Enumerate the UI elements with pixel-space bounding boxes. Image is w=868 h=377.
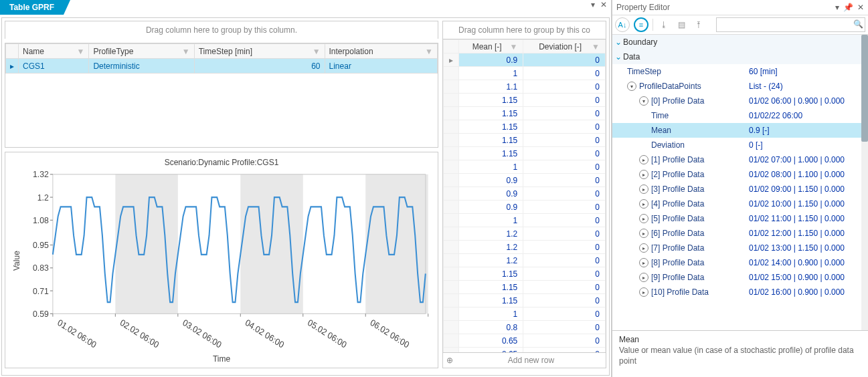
table-row[interactable]: 1.20: [444, 227, 606, 241]
table-row[interactable]: 1.150: [444, 107, 606, 120]
filter-icon[interactable]: ▼: [425, 47, 433, 56]
table-row[interactable]: 1.10: [444, 80, 606, 94]
prop-node[interactable]: ▸[8] Profile Data01/02 14:00 | 0.900 | 0…: [612, 255, 868, 270]
svg-text:05.02 06:00: 05.02 06:00: [306, 317, 348, 350]
table-row[interactable]: 1.150: [444, 120, 606, 134]
table-row[interactable]: 1.150: [444, 294, 606, 307]
prop-node[interactable]: ▸[2] Profile Data01/02 08:00 | 1.100 | 0…: [612, 167, 868, 182]
close-icon[interactable]: ✕: [857, 3, 864, 12]
main-grid[interactable]: Name▼ ProfileType▼ TimeStep [min]▼ Inter…: [5, 43, 438, 148]
svg-text:0.83: 0.83: [33, 263, 49, 273]
expand-icon[interactable]: ▸: [639, 243, 648, 253]
expand-icon[interactable]: ▸: [639, 229, 648, 238]
cell-type[interactable]: Deterministic: [89, 59, 194, 74]
prop-node[interactable]: ▸[3] Profile Data01/02 09:00 | 1.150 | 0…: [612, 182, 868, 197]
prop-time[interactable]: Time01/02/22 06:00: [612, 108, 868, 123]
expand-icon[interactable]: ▾: [627, 82, 636, 91]
table-row[interactable]: 10: [444, 214, 606, 227]
col-profiletype[interactable]: ProfileType▼: [89, 44, 194, 59]
table-row[interactable]: 1.150: [444, 267, 606, 281]
mean-deviation-grid[interactable]: Mean [-]▼ Deviation [-]▼ 0.90101.101.150…: [443, 39, 606, 352]
tab-table-gprf[interactable]: Table GPRF: [0, 0, 64, 15]
expand-icon[interactable]: ▸: [639, 287, 648, 297]
table-row[interactable]: 10: [444, 307, 606, 321]
prop-node-0[interactable]: ▾[0] Profile Data 01/02 06:00 | 0.900 | …: [612, 94, 868, 108]
table-row[interactable]: 1.20: [444, 254, 606, 267]
prop-mean[interactable]: Mean0.9 [-]: [612, 123, 868, 138]
table-row[interactable]: 10: [444, 67, 606, 80]
export-icon[interactable]: ⭱: [692, 18, 705, 31]
chart-title: Scenario:Dynamic Profile:CGS1: [11, 155, 432, 170]
table-row[interactable]: 10: [444, 160, 606, 174]
expand-icon[interactable]: ▾: [639, 96, 648, 106]
prop-body[interactable]: ⌄Boundary ⌄Data TimeStep60 [min] ▾Profil…: [612, 35, 868, 330]
grid-row[interactable]: ▸ CGS1 Deterministic 60 Linear: [6, 59, 438, 74]
scrollbar[interactable]: [861, 35, 868, 330]
col-interp[interactable]: Interpolation▼: [325, 44, 437, 59]
col-dev[interactable]: Deviation [-]▼: [523, 40, 606, 53]
table-row[interactable]: 1.150: [444, 94, 606, 107]
col-timestep[interactable]: TimeStep [min]▼: [194, 44, 325, 59]
plot-area[interactable]: 0.590.710.830.951.081.21.3201.02 06:0002…: [23, 170, 432, 352]
desc-text: Value or mean value (in case of a stocha…: [619, 346, 861, 366]
expand-icon[interactable]: ▸: [639, 155, 648, 164]
cell-step[interactable]: 60: [194, 59, 325, 74]
filter-icon[interactable]: ▼: [182, 47, 190, 56]
steps-icon[interactable]: ▤: [675, 18, 688, 31]
prop-timestep[interactable]: TimeStep60 [min]: [612, 64, 868, 79]
close-icon[interactable]: ✕: [600, 0, 607, 9]
table-row[interactable]: 1.150: [444, 147, 606, 160]
svg-text:01.02 06:00: 01.02 06:00: [56, 317, 98, 350]
categorized-button[interactable]: ≡: [634, 17, 648, 32]
svg-rect-0: [115, 174, 177, 314]
sort-alpha-button[interactable]: A↓: [615, 17, 630, 32]
prop-node[interactable]: ▸[10] Profile Data01/02 16:00 | 0.900 | …: [612, 285, 868, 299]
pin-icon[interactable]: 📌: [843, 3, 853, 12]
table-row[interactable]: 0.90: [444, 201, 606, 214]
group-hint-right[interactable]: Drag column here to group by this co: [443, 21, 606, 39]
svg-text:1.2: 1.2: [37, 192, 49, 203]
expand-icon[interactable]: ▸: [639, 184, 648, 194]
section-boundary[interactable]: ⌄Boundary: [612, 35, 868, 49]
property-search[interactable]: 🔍: [716, 17, 865, 32]
prop-node[interactable]: ▸[9] Profile Data01/02 15:00 | 0.900 | 0…: [612, 270, 868, 285]
table-row[interactable]: 0.650: [444, 334, 606, 348]
add-row-button[interactable]: ⊕ Add new row: [443, 352, 606, 368]
table-row[interactable]: 0.90: [444, 53, 606, 67]
table-row[interactable]: 0.90: [444, 187, 606, 201]
filter-icon[interactable]: ▼: [509, 42, 517, 51]
dropdown-icon[interactable]: ▾: [835, 3, 839, 12]
group-hint[interactable]: Drag column here to group by this column…: [5, 21, 438, 39]
prop-node[interactable]: ▸[4] Profile Data01/02 10:00 | 1.150 | 0…: [612, 197, 868, 211]
filter-icon[interactable]: ▼: [592, 42, 600, 51]
dropdown-icon[interactable]: ▾: [591, 0, 595, 9]
svg-text:1.08: 1.08: [33, 215, 49, 225]
filter-icon[interactable]: ▼: [77, 47, 85, 56]
svg-rect-1: [240, 174, 302, 314]
prop-node[interactable]: ▸[1] Profile Data01/02 07:00 | 1.000 | 0…: [612, 152, 868, 167]
expand-icon[interactable]: ▸: [639, 258, 648, 267]
plus-icon: ⊕: [443, 356, 456, 365]
section-data[interactable]: ⌄Data: [612, 49, 868, 64]
table-row[interactable]: 1.150: [444, 134, 606, 147]
expand-icon[interactable]: ▸: [639, 273, 648, 282]
col-mean[interactable]: Mean [-]▼: [459, 40, 523, 53]
table-row[interactable]: 0.90: [444, 174, 606, 187]
cell-name[interactable]: CGS1: [19, 59, 89, 74]
prop-node[interactable]: ▸[7] Profile Data01/02 13:00 | 1.150 | 0…: [612, 241, 868, 255]
table-row[interactable]: 0.650: [444, 348, 606, 353]
prop-profiledatapoints[interactable]: ▾ProfileDataPoints List - (24): [612, 79, 868, 94]
prop-node[interactable]: ▸[5] Profile Data01/02 11:00 | 1.150 | 0…: [612, 211, 868, 226]
prop-deviation[interactable]: Deviation0 [-]: [612, 138, 868, 152]
filter-icon[interactable]: ▼: [313, 47, 321, 56]
expand-icon[interactable]: ▸: [639, 170, 648, 179]
table-row[interactable]: 0.80: [444, 321, 606, 334]
table-row[interactable]: 1.20: [444, 241, 606, 254]
col-name[interactable]: Name▼: [19, 44, 89, 59]
expand-icon[interactable]: ▸: [639, 214, 648, 223]
expand-icon[interactable]: ▸: [639, 199, 648, 209]
table-row[interactable]: 1.150: [444, 281, 606, 294]
import-icon[interactable]: ⭳: [657, 18, 671, 31]
cell-interp[interactable]: Linear: [325, 59, 437, 74]
prop-node[interactable]: ▸[6] Profile Data01/02 12:00 | 1.150 | 0…: [612, 226, 868, 241]
